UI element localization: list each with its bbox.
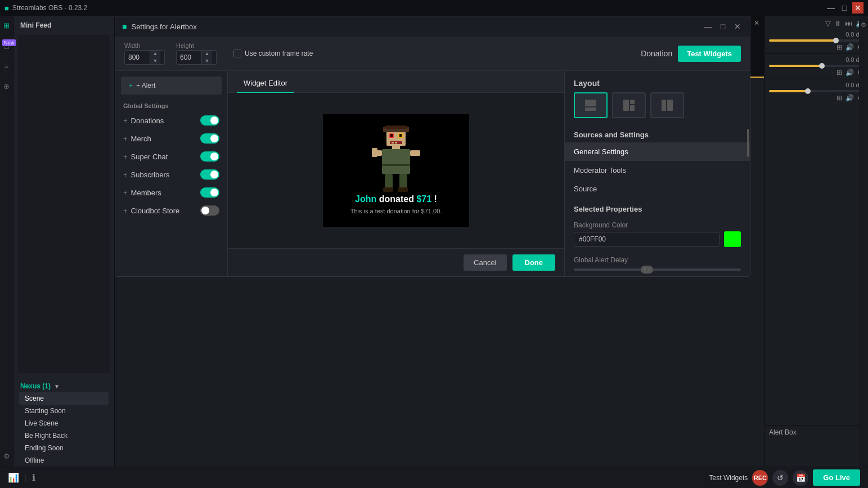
delay-slider-wrap: ⋮⋮ (565, 266, 750, 276)
delay-slider[interactable]: ⋮⋮ (574, 268, 741, 271)
color-swatch[interactable] (724, 231, 741, 247)
audio-slider-3-thumb[interactable] (805, 88, 811, 94)
scene-item-live-scene[interactable]: Live Scene (19, 417, 109, 429)
scene-item-be-right-back[interactable]: Be Right Back (19, 429, 109, 442)
rec-button[interactable]: REC (752, 470, 768, 486)
preview-close-btn[interactable]: ✕ (752, 18, 762, 28)
global-delay-label: Global Alert Delay (565, 250, 750, 266)
close-button[interactable]: ✕ (852, 2, 863, 14)
widget-preview-area: John donated $71 ! This is a test donati… (228, 93, 564, 248)
sidebar-icon-home[interactable]: ⊞ (2, 20, 12, 30)
cancel-button[interactable]: Cancel (464, 254, 506, 271)
audio-expand-icon-1[interactable]: ⊞ (836, 43, 842, 51)
audio-expand-icon-3[interactable]: ⊞ (836, 94, 842, 102)
alertbox-label-row: Alert Box (764, 425, 868, 438)
right-panel-scrollbar[interactable] (747, 129, 749, 157)
modal-minimize-btn[interactable]: — (703, 21, 714, 32)
audio-expand-icon-2[interactable]: ⊞ (836, 69, 842, 77)
alert-item-label-merch: Merch (131, 135, 197, 143)
bottom-left-controls: 📊 | ℹ (8, 472, 35, 483)
cloudbot-toggle[interactable] (200, 205, 219, 216)
height-increment-btn[interactable]: ▲ (202, 50, 212, 57)
height-input[interactable] (177, 53, 201, 61)
bg-color-row: Background Color (565, 218, 750, 250)
audio-slider-2-thumb[interactable] (819, 63, 825, 69)
done-button[interactable]: Done (512, 254, 556, 271)
general-settings-item[interactable]: General Settings (565, 142, 750, 161)
alert-item-label-superchat: Super Chat (131, 153, 197, 161)
svg-rect-16 (399, 174, 407, 190)
source-item[interactable]: Source (565, 180, 750, 198)
replay-button[interactable]: ↺ (772, 470, 788, 486)
audio-mute-icon-1[interactable]: 🔊 (845, 43, 854, 51)
audio-mute-icon-3[interactable]: 🔊 (845, 94, 854, 102)
svg-rect-17 (383, 187, 393, 192)
svg-rect-2 (385, 126, 407, 129)
audio-slider-1-thumb[interactable] (833, 38, 839, 43)
scene-group: Nexus (1) ▼ Scene Starting Soon Live Sce… (14, 375, 114, 467)
sidebar-icon-add[interactable]: ⊕ (2, 81, 12, 91)
width-decrement-btn[interactable]: ▼ (150, 57, 160, 65)
schedule-button[interactable]: 📅 (793, 470, 808, 486)
scene-item-scene[interactable]: Scene (19, 392, 109, 405)
superchat-toggle[interactable] (200, 151, 219, 162)
alert-preview-box: John donated $71 ! This is a test donati… (323, 114, 469, 227)
audio-slider-2 (769, 65, 863, 67)
audio-row-3: 0.0 dB ⊞ 🔊 ⚙ (764, 79, 868, 104)
custom-framerate-checkbox[interactable] (233, 50, 241, 57)
svg-rect-14 (372, 148, 377, 157)
alert-item-merch[interactable]: + Merch (115, 129, 227, 147)
add-alert-button[interactable]: + + Alert (121, 77, 222, 95)
layout-option-2[interactable] (612, 92, 646, 118)
width-increment-btn[interactable]: ▲ (150, 50, 160, 57)
scene-item-ending-soon[interactable]: Ending Soon (19, 442, 109, 454)
test-widgets-button[interactable]: Test Widgets (678, 46, 741, 62)
merch-toggle[interactable] (200, 133, 219, 144)
svg-rect-18 (398, 187, 408, 192)
donations-toggle[interactable] (200, 115, 219, 126)
stats-icon[interactable]: 📊 (8, 472, 19, 483)
bg-color-input[interactable] (574, 232, 719, 247)
right-sidebar-icon-1[interactable]: ⚙ (861, 21, 866, 29)
info-icon[interactable]: ℹ (32, 472, 35, 483)
minimize-button[interactable]: — (825, 2, 836, 14)
filter-icon[interactable]: ▽ (825, 19, 831, 28)
expand-superchat-icon: + (123, 153, 128, 161)
svg-rect-25 (662, 100, 666, 111)
maximize-button[interactable]: □ (839, 2, 850, 14)
width-input[interactable] (125, 53, 150, 61)
layout-icon-2 (621, 97, 637, 113)
app-title: Streamlabs OBS - 0.23.2 (12, 4, 87, 12)
svg-rect-8 (392, 142, 394, 144)
audio-mute-icon-2[interactable]: 🔊 (845, 69, 854, 77)
go-live-button[interactable]: Go Live (813, 469, 860, 486)
audio-controls-2: ⊞ 🔊 ⚙ (769, 69, 863, 77)
audio-top-icons: ▽ ⏸ ⏭ 🔊 (764, 16, 868, 29)
nexus-group-header[interactable]: Nexus (1) ▼ (19, 380, 109, 392)
audio-slider-1 (769, 39, 863, 42)
delay-thumb[interactable]: ⋮⋮ (641, 266, 653, 274)
alert-item-cloudbot[interactable]: + Cloudbot Store (115, 202, 227, 220)
layout-option-3[interactable] (650, 92, 684, 118)
alert-item-members[interactable]: + Members (115, 183, 227, 202)
alert-item-subscribers[interactable]: + Subscribers (115, 165, 227, 183)
expand-cloudbot-icon: + (123, 207, 128, 215)
height-decrement-btn[interactable]: ▼ (202, 57, 212, 65)
widget-editor-tab[interactable]: Widget Editor (237, 75, 294, 93)
layout-option-1[interactable] (574, 92, 608, 118)
sidebar-icon-menu[interactable]: ≡ (2, 61, 12, 71)
bg-color-label: Background Color (574, 221, 741, 229)
skip-icon[interactable]: ⏭ (845, 19, 852, 28)
pause-icon[interactable]: ⏸ (834, 19, 842, 28)
scene-item-offline[interactable]: Offline (19, 454, 109, 467)
subscribers-toggle[interactable] (200, 169, 219, 180)
members-toggle[interactable] (200, 187, 219, 198)
alert-item-superchat[interactable]: + Super Chat (115, 147, 227, 165)
modal-close-btn[interactable]: ✕ (732, 21, 743, 32)
moderator-tools-item[interactable]: Moderator Tools (565, 161, 750, 180)
scene-item-starting-soon[interactable]: Starting Soon (19, 405, 109, 417)
modal-maximize-btn[interactable]: □ (717, 21, 728, 32)
sidebar-icon-settings[interactable]: ⚙ (2, 451, 12, 461)
alert-item-donations[interactable]: + Donations (115, 111, 227, 129)
audio-row-1: 0.0 dB ⊞ 🔊 ⚙ (764, 29, 868, 54)
